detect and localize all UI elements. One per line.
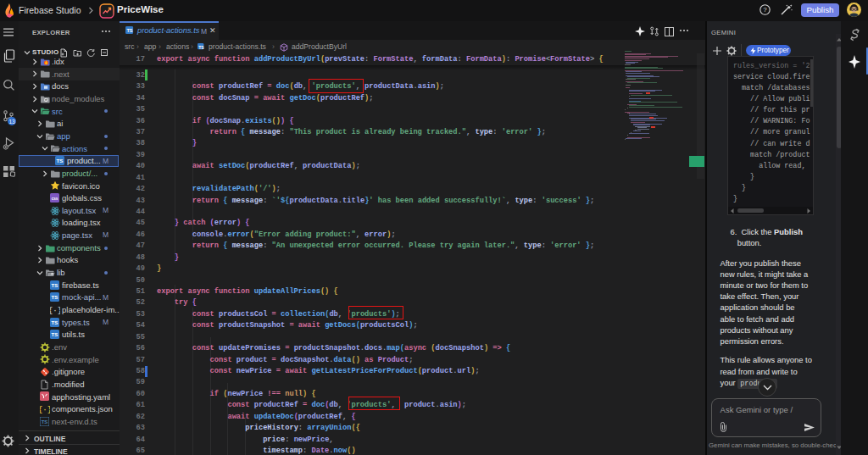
svg-text:TS: TS — [52, 282, 58, 288]
svg-text:TS: TS — [57, 158, 64, 164]
svg-text:{·}: {·} — [50, 307, 60, 315]
svg-text:TS: TS — [52, 331, 58, 337]
svg-text:TS: TS — [52, 294, 58, 300]
svg-text:TS: TS — [52, 319, 58, 325]
svg-text:{·}: {·} — [40, 406, 50, 414]
svg-text:css: css — [52, 197, 58, 201]
svg-text:TS: TS — [42, 419, 48, 424]
svg-text:TS: TS — [126, 28, 132, 33]
svg-text:TS: TS — [198, 44, 204, 49]
svg-text:?: ? — [763, 6, 767, 14]
